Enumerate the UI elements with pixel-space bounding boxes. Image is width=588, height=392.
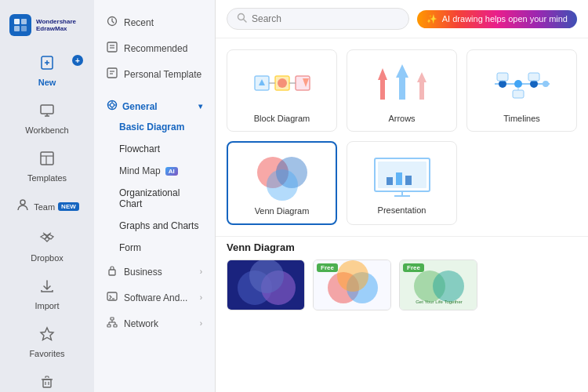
templates-icon — [39, 151, 55, 170]
import-icon — [39, 278, 55, 298]
app-logo-icon — [9, 14, 31, 36]
mind-map-ai-badge: AI — [165, 167, 178, 176]
svg-point-66 — [543, 81, 549, 87]
bottom-section: Venn Diagram Free — [216, 236, 588, 315]
svg-text:Get Your Life Together: Get Your Life Together — [416, 299, 463, 304]
workbench-icon — [39, 103, 55, 122]
team-label-row: Team NEW — [15, 197, 79, 216]
sidebar-item-team[interactable]: Team NEW — [5, 192, 89, 221]
venn-diagram-card[interactable]: Venn Diagram — [227, 141, 337, 225]
svg-rect-7 — [41, 105, 53, 114]
free-badge-2: Free — [317, 263, 338, 272]
recent-label: Recent — [124, 17, 154, 28]
block-diagram-card[interactable]: Block Diagram — [227, 49, 337, 132]
svg-rect-76 — [396, 172, 402, 185]
sidebar-item-workbench[interactable]: Workbench — [5, 96, 89, 141]
personal-label: Personal Template — [124, 69, 201, 80]
svg-marker-57 — [396, 64, 408, 100]
svg-point-13 — [20, 200, 25, 205]
basic-diagram-item[interactable]: Basic Diagram — [94, 116, 215, 138]
software-label: Software And... — [124, 292, 194, 303]
sidebar-item-import[interactable]: Import — [5, 272, 89, 317]
middle-personal[interactable]: Personal Template — [94, 61, 215, 87]
svg-line-47 — [244, 20, 247, 23]
svg-point-87 — [337, 260, 368, 292]
network-section[interactable]: Network › — [94, 310, 215, 336]
dropbox-label: Dropbox — [31, 253, 64, 263]
top-bar: ✨ AI drawing helps open your mind — [216, 0, 588, 38]
venn-diagram-label: Venn Diagram — [255, 206, 310, 216]
team-label: Team — [34, 202, 55, 212]
general-chevron-icon: ▾ — [198, 102, 202, 111]
svg-point-83 — [249, 260, 284, 293]
sidebar-item-recycle[interactable]: Recycle Bin — [5, 368, 89, 392]
presentation-card[interactable]: Presentation — [347, 141, 457, 225]
block-diagram-img — [251, 58, 314, 109]
svg-rect-3 — [21, 26, 27, 31]
search-icon — [237, 13, 247, 25]
middle-recent[interactable]: Recent — [94, 9, 215, 35]
logo-area: Wondershare EdrawMax — [0, 8, 94, 47]
timelines-label: Timelines — [503, 114, 540, 123]
sidebar-item-new[interactable]: New + — [5, 49, 89, 93]
mind-map-item[interactable]: Mind Map AI — [94, 160, 215, 182]
org-chart-item[interactable]: Organizational Chart — [94, 182, 215, 215]
recycle-icon — [39, 374, 55, 392]
timelines-card[interactable]: Timelines — [466, 49, 577, 132]
presentation-label: Presentation — [378, 205, 426, 215]
svg-rect-36 — [109, 270, 115, 275]
ai-banner-text: AI drawing helps open your mind — [442, 14, 568, 24]
templates-label: Templates — [27, 173, 67, 183]
sidebar: Wondershare EdrawMax New + Workbench — [0, 0, 94, 392]
arrows-card[interactable]: Arrows — [347, 49, 457, 132]
business-section[interactable]: Business › — [94, 259, 215, 285]
sidebar-item-favorites[interactable]: Favorites — [5, 320, 89, 365]
svg-rect-50 — [296, 76, 310, 90]
svg-rect-2 — [14, 26, 20, 31]
graphs-item[interactable]: Graphs and Charts — [94, 215, 215, 237]
svg-point-90 — [433, 270, 464, 302]
import-label: Import — [34, 301, 59, 310]
svg-rect-10 — [41, 152, 53, 165]
middle-recommended[interactable]: Recommended — [94, 35, 215, 61]
bottom-section-title: Venn Diagram — [227, 241, 577, 253]
software-section[interactable]: Software And... › — [94, 285, 215, 310]
svg-rect-77 — [405, 176, 412, 185]
svg-rect-24 — [107, 42, 117, 52]
favorites-icon — [39, 326, 55, 346]
template-row: Free Free Get Your Life Together — [227, 260, 577, 310]
form-item[interactable]: Form — [94, 237, 215, 259]
svg-marker-18 — [41, 328, 53, 340]
svg-rect-39 — [111, 318, 114, 320]
sidebar-item-dropbox[interactable]: Dropbox — [5, 224, 89, 269]
svg-rect-65 — [528, 73, 539, 81]
network-expand-icon: › — [200, 319, 202, 328]
network-label: Network — [124, 318, 194, 329]
recent-icon — [107, 16, 118, 29]
business-icon — [107, 265, 118, 278]
sidebar-item-templates[interactable]: Templates — [5, 144, 89, 189]
general-section-header[interactable]: General ▾ — [94, 92, 215, 116]
template-card-1[interactable] — [227, 260, 305, 310]
dropbox-icon — [39, 230, 55, 250]
recommended-icon — [107, 42, 118, 55]
middle-panel: Recent Recommended Personal Template — [94, 0, 216, 392]
template-card-3[interactable]: Free Get Your Life Together — [399, 260, 477, 310]
search-box[interactable] — [227, 8, 409, 30]
svg-rect-1 — [21, 19, 27, 24]
workbench-label: Workbench — [25, 125, 68, 135]
svg-point-72 — [267, 169, 298, 201]
timelines-img — [491, 58, 554, 109]
svg-rect-75 — [387, 177, 393, 185]
flowchart-item[interactable]: Flowchart — [94, 138, 215, 160]
ai-banner[interactable]: ✨ AI drawing helps open your mind — [417, 10, 577, 28]
search-input[interactable] — [252, 13, 399, 24]
venn-diagram-img — [251, 151, 314, 201]
ai-banner-icon: ✨ — [426, 14, 437, 24]
block-diagram-label: Block Diagram — [254, 114, 310, 123]
svg-point-54 — [278, 78, 287, 88]
svg-rect-63 — [513, 90, 524, 98]
template-card-2[interactable]: Free — [313, 260, 391, 310]
personal-icon — [107, 67, 118, 81]
arrows-label: Arrows — [388, 114, 415, 123]
